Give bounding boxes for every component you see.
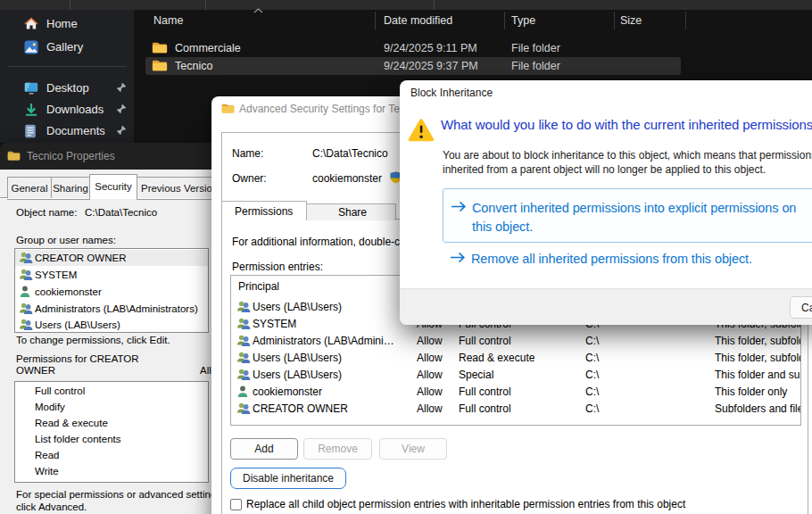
column-header-name[interactable]: Name xyxy=(153,14,183,27)
folder-icon xyxy=(152,59,168,72)
file-date-modified: 9/24/2025 9:11 PM xyxy=(384,42,477,54)
permission-item[interactable]: Modify xyxy=(35,402,65,412)
group-icon xyxy=(236,352,251,363)
group-icon xyxy=(19,319,33,330)
cell-principal: CREATOR OWNER xyxy=(253,402,348,415)
replace-permissions-checkbox[interactable] xyxy=(230,499,242,510)
column-header-date-modified[interactable]: Date modified xyxy=(384,14,452,27)
downloads-icon xyxy=(24,103,38,117)
documents-icon xyxy=(24,124,37,138)
table-header-principal[interactable]: Principal xyxy=(238,280,279,293)
advanced-hint-line2: click Advanced. xyxy=(16,502,87,512)
folder-icon xyxy=(152,41,168,54)
gallery-icon xyxy=(24,40,38,54)
block-dialog-title: Block Inheritance xyxy=(410,87,493,99)
convert-permissions-option[interactable]: Convert inherited permissions into expli… xyxy=(443,188,812,243)
group-item-system[interactable]: SYSTEM xyxy=(15,267,208,283)
remove-button[interactable]: Remove xyxy=(303,438,372,460)
sidebar-divider xyxy=(7,66,127,67)
group-icon xyxy=(236,301,251,312)
user-icon xyxy=(20,286,30,297)
disable-inheritance-button[interactable]: Disable inheritance xyxy=(230,468,346,489)
advanced-dialog-title: Advanced Security Settings for Tecnico xyxy=(239,103,425,115)
permission-item[interactable]: Full control xyxy=(35,386,85,396)
file-date-modified: 9/24/2025 9:37 PM xyxy=(384,60,478,72)
edit-hint: To change permissions, click Edit. xyxy=(16,335,170,345)
cell-principal: Administrators (LAB\Administrators) xyxy=(253,335,395,347)
block-dialog-heading: What would you like to do with the curre… xyxy=(441,117,812,132)
cell-type: Allow xyxy=(417,369,443,381)
owner-value: cookiemonster xyxy=(312,172,382,185)
file-row-tecnico[interactable]: Tecnico 9/24/2025 9:37 PM File folder xyxy=(134,57,687,76)
explorer-top-strip xyxy=(0,0,812,10)
permission-item[interactable]: Write xyxy=(35,466,59,477)
group-item-users[interactable]: Users (LAB\Users) xyxy=(15,318,208,333)
advanced-hint-line1: For special permissions or advanced sett… xyxy=(16,489,214,500)
cell-access: Special xyxy=(459,369,493,381)
name-label: Name: xyxy=(232,147,263,160)
block-dialog-footer: Cancel xyxy=(400,288,812,325)
replace-permissions-label: Replace all child object permission entr… xyxy=(246,498,685,510)
sidebar-item-label: Gallery xyxy=(46,40,83,54)
cell-type: Allow xyxy=(417,335,443,347)
permission-item[interactable]: Special permissions xyxy=(35,482,126,483)
cancel-button[interactable]: Cancel xyxy=(790,296,812,319)
table-row[interactable]: Users (LAB\Users) Allow Special C:\ This… xyxy=(231,366,801,383)
add-button[interactable]: Add xyxy=(230,438,298,460)
cell-principal: Users (LAB\Users) xyxy=(253,369,342,381)
pin-icon xyxy=(116,104,127,114)
group-item-administrators[interactable]: Administrators (LAB\Administrators) xyxy=(15,301,208,317)
sidebar-item-home[interactable]: Home xyxy=(0,14,134,34)
properties-titlebar: Tecnico Properties xyxy=(0,143,214,170)
tab-security[interactable]: Security xyxy=(89,174,137,199)
cell-type: Allow xyxy=(417,402,443,415)
block-inheritance-dialog: Block Inheritance What would you like to… xyxy=(400,80,812,325)
arrow-right-icon xyxy=(450,252,466,263)
desktop-icon xyxy=(24,82,38,95)
cell-inherited-from: C:\ xyxy=(585,402,599,415)
table-row[interactable]: Administrators (LAB\Administrators) Allo… xyxy=(231,332,801,349)
folder-icon xyxy=(7,150,21,162)
properties-title: Tecnico Properties xyxy=(27,150,115,162)
cell-principal: SYSTEM xyxy=(253,318,296,330)
sidebar-item-documents[interactable]: Documents xyxy=(0,121,134,141)
table-row[interactable]: CREATOR OWNER Allow Full control C:\ Sub… xyxy=(231,400,801,417)
cell-access: Full control xyxy=(459,386,511,398)
tab-sharing[interactable]: Sharing xyxy=(51,177,90,200)
tab-general[interactable]: General xyxy=(7,177,52,200)
file-row-commerciale[interactable]: Commerciale 9/24/2025 9:11 PM File folde… xyxy=(134,38,687,57)
pin-icon xyxy=(116,82,127,93)
home-icon xyxy=(24,17,38,30)
object-name-value: C:\Data\Tecnico xyxy=(85,207,157,218)
remove-permissions-option[interactable]: Remove all inherited permissions from th… xyxy=(443,249,812,270)
cell-access: Full control xyxy=(459,335,511,347)
owner-label: Owner: xyxy=(232,172,267,185)
cell-inherited-from: C:\ xyxy=(585,386,599,398)
name-value: C:\Data\Tecnico xyxy=(312,147,388,160)
table-row[interactable]: Users (LAB\Users) Allow Read & execute C… xyxy=(231,349,801,366)
group-item-cookiemonster[interactable]: cookiemonster xyxy=(15,284,208,300)
sidebar-item-downloads[interactable]: Downloads xyxy=(0,100,134,120)
cell-type: Allow xyxy=(417,386,443,398)
sidebar-item-gallery[interactable]: Gallery xyxy=(0,37,134,57)
column-header-type[interactable]: Type xyxy=(511,14,535,27)
object-name-label: Object name: xyxy=(16,207,77,218)
desktop-screen: Home Gallery Desktop Downloads xyxy=(0,0,812,514)
user-icon xyxy=(237,386,248,397)
tab-share[interactable]: Share xyxy=(305,203,396,220)
column-header-size[interactable]: Size xyxy=(620,14,642,27)
table-row[interactable]: cookiemonster Allow Full control C:\ Thi… xyxy=(231,383,801,400)
permission-item[interactable]: Read xyxy=(35,450,60,460)
permission-item[interactable]: Read & execute xyxy=(35,418,108,428)
cell-access: Full control xyxy=(459,402,511,415)
tab-permissions[interactable]: Permissions xyxy=(221,201,307,220)
view-button[interactable]: View xyxy=(379,438,447,460)
group-item-creator-owner[interactable]: CREATOR OWNER xyxy=(15,250,208,266)
sidebar-item-desktop[interactable]: Desktop xyxy=(0,79,134,98)
tab-previous-versions[interactable]: Previous Versions xyxy=(137,177,214,200)
cell-access: Read & execute xyxy=(459,352,534,364)
file-type: File folder xyxy=(511,42,560,54)
cell-inherited-from: C:\ xyxy=(585,369,599,381)
cell-inherited-from: C:\ xyxy=(585,335,599,347)
permission-item[interactable]: List folder contents xyxy=(35,434,121,444)
